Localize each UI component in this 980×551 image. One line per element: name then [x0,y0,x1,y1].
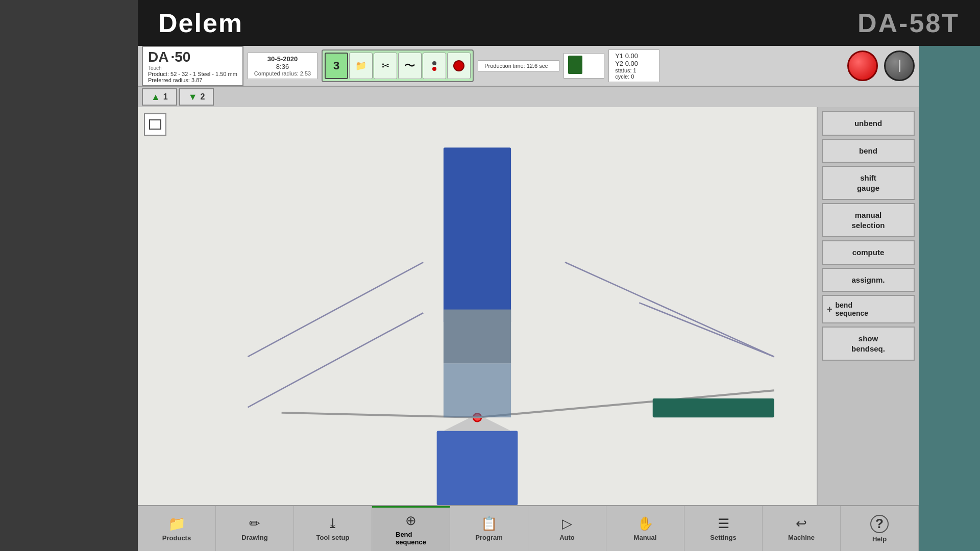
nav-tool-setup[interactable]: ⤓ Tool setup [294,506,372,551]
svg-rect-12 [444,310,511,364]
circular-buttons [847,51,915,81]
settings-icon: ☰ [718,516,729,532]
bend-sequence-label: bendsequence [836,301,869,317]
products-label: Products [162,534,191,542]
bend-visualization [138,107,817,505]
svg-line-2 [639,303,774,357]
date-display: 30-5-2020 [254,55,311,63]
svg-line-3 [248,313,424,407]
da-badge: DA ·50 Touch Product: 52 - 32 - 1 Steel … [142,46,243,86]
left-sidebar [0,0,138,551]
step-number-btn[interactable]: 3 [325,53,348,79]
nav-drawing[interactable]: ✏ Drawing [216,506,294,551]
y1-coord: Y1 0.00 [615,52,653,60]
header-bar: DA ·50 Touch Product: 52 - 32 - 1 Steel … [138,46,919,87]
bend-sequence-btn[interactable]: + bendsequence [822,295,915,323]
nav-machine[interactable]: ↩ Machine [763,506,841,551]
y2-coord: Y2 0.00 [615,60,653,67]
computed-radius: Computed radius: 2.53 [254,70,311,77]
expand-btn[interactable] [144,113,166,136]
step-nav-bar: ▲ 1 ▼ 2 [138,87,919,107]
svg-line-0 [248,262,424,357]
bend-sequence-icon: ⊕ [405,513,416,529]
da-text: DA [148,49,168,65]
drawing-label: Drawing [241,534,267,541]
program-label: Program [475,534,502,541]
cut-btn[interactable]: ✂ [374,53,397,79]
svg-rect-4 [444,147,511,323]
help-icon: ? [870,515,889,533]
bend-btn[interactable]: bend [822,139,915,163]
toolbar-buttons: 3 📁 ✂ 〜 [322,49,474,82]
io-green-indicator [568,56,582,74]
manual-icon: ✋ [637,516,653,532]
main-content: unbend bend shiftgauge manualselection c… [138,107,919,505]
tool-setup-label: Tool setup [316,534,350,541]
wave-btn[interactable]: 〜 [398,53,422,79]
plus-icon: + [827,304,832,315]
machine-label: Machine [788,534,815,541]
folder-btn[interactable]: 📁 [349,53,373,79]
help-label: Help [872,535,887,543]
io-panel [564,53,604,79]
drawing-icon: ✏ [249,516,260,532]
status-label: status: 1 [615,67,653,73]
compute-btn[interactable]: compute [822,240,915,265]
da-number: ·50 [170,49,190,65]
assignm-btn[interactable]: assignm. [822,268,915,292]
step-2-btn[interactable]: ▼ 2 [179,88,214,106]
svg-rect-11 [653,398,774,417]
nav-bend-sequence[interactable]: ⊕ Bendsequence [372,506,450,551]
record-icon [453,60,464,71]
manual-selection-btn[interactable]: manualselection [822,203,915,237]
unbend-btn[interactable]: unbend [822,111,915,136]
bottom-nav: 📁 Products ✏ Drawing ⤓ Tool setup ⊕ Bend… [138,505,919,551]
nav-auto[interactable]: ▷ Auto [528,506,606,551]
machine-icon: ↩ [796,516,807,532]
top-brand-bar: Delem DA-58T [138,0,980,46]
power-btn[interactable] [884,51,915,81]
radius-preferred: Preferred radius: 3.87 [148,77,237,83]
step2-down-arrow: ▼ [188,92,198,103]
manual-label: Manual [634,534,657,541]
power-icon [899,60,900,72]
svg-rect-13 [444,363,511,417]
production-box: Production time: 12.6 sec [478,60,559,71]
machine-frame: Delem DA-58T DA ·50 Touch Product: 52 - … [0,0,980,551]
svg-rect-6 [437,431,518,505]
product-info: Product: 52 - 32 - 1 Steel - 1.50 mm [148,71,237,77]
step1-label: 1 [163,92,168,102]
step-1-btn[interactable]: ▲ 1 [142,88,177,106]
record-btn[interactable] [447,53,471,79]
datetime-box: 30-5-2020 8:36 Computed radius: 2.53 [248,53,317,79]
da-touch: Touch [148,65,237,71]
auto-label: Auto [559,534,575,541]
time-display: 8:36 [254,63,311,70]
nav-help[interactable]: ? Help [841,506,919,551]
settings-label: Settings [710,534,736,541]
cycle-label: cycle: 0 [615,73,653,80]
nav-settings[interactable]: ☰ Settings [684,506,763,551]
step2-label: 2 [201,92,205,102]
production-label: Production time: 12.6 sec [484,63,553,69]
nav-products[interactable]: 📁 Products [138,506,216,551]
tool-setup-icon: ⤓ [327,516,338,532]
brand-delem: Delem [158,8,243,38]
auto-icon: ▷ [562,516,572,532]
show-bendseq-btn[interactable]: showbendseq. [822,327,915,361]
dots-btn[interactable] [423,53,446,79]
emergency-stop-btn[interactable] [847,51,878,81]
nav-program[interactable]: 📋 Program [450,506,528,551]
products-icon: 📁 [168,515,186,532]
shift-gauge-btn[interactable]: shiftgauge [822,166,915,200]
program-icon: 📋 [481,516,497,532]
bend-sequence-nav-label: Bendsequence [396,531,426,546]
step1-up-arrow: ▲ [151,92,160,103]
brand-model: DA-58T [857,8,960,38]
status-box: Y1 0.00 Y2 0.00 status: 1 cycle: 0 [608,49,659,82]
expand-icon [149,119,161,130]
screen-area: DA ·50 Touch Product: 52 - 32 - 1 Steel … [138,46,919,551]
drawing-area [138,107,817,505]
nav-manual[interactable]: ✋ Manual [606,506,684,551]
action-panel: unbend bend shiftgauge manualselection c… [817,107,919,505]
